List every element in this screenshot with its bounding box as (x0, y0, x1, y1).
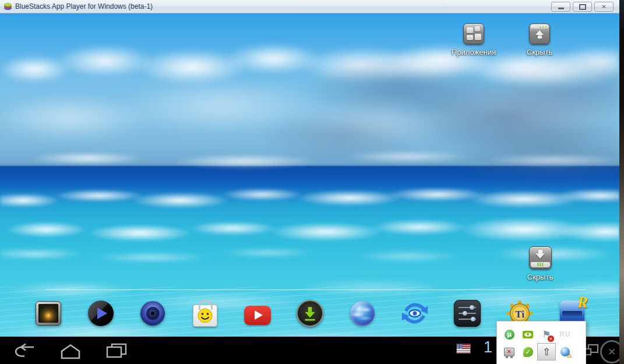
status-clock: 1 (484, 338, 492, 356)
globe-icon (350, 301, 375, 326)
titanium-ti-glyph: Ti (515, 309, 524, 320)
apps-grid-square (467, 35, 473, 40)
green-dots (537, 263, 544, 266)
speaker-icon (140, 301, 165, 326)
dock-gallery-app-icon[interactable] (35, 300, 62, 327)
wallpaper-clouds-haze (0, 83, 619, 170)
wallpaper-wave-foam-1 (0, 183, 619, 213)
utorrent-glyph: µ (507, 331, 512, 338)
shopping-bag-icon (193, 305, 217, 327)
apps-grid-square (475, 26, 480, 31)
check-glyph: ✓ (525, 349, 530, 355)
shortcut-hide-bottom[interactable]: Скрыть (514, 246, 566, 281)
smiley-face-icon (197, 308, 213, 324)
dock-downloader-app-icon[interactable] (297, 300, 323, 327)
tray-nvidia-icon[interactable] (519, 326, 537, 343)
bluestacks-logo-icon (3, 2, 12, 10)
hide-to-tray-icon (529, 246, 552, 269)
dock-equalizer-settings-app-icon[interactable] (454, 300, 481, 327)
nvidia-pupil (527, 333, 529, 335)
desktop-behind-window (619, 0, 624, 364)
tray-disconnected-device-icon[interactable]: ✕ (500, 343, 519, 361)
apps-grid-square (467, 27, 473, 33)
dock-separator (45, 289, 586, 290)
gallery-photo (38, 304, 58, 323)
device-feet (506, 356, 508, 358)
r-letter-glyph: R (577, 294, 588, 312)
down-arrow (535, 253, 545, 259)
up-arrow (535, 30, 544, 35)
sync-arrows-eye-icon (401, 301, 428, 326)
wallpaper-clouds-dark (251, 54, 619, 176)
download-arrow (302, 306, 318, 321)
apps-grid-icon (463, 23, 484, 44)
back-button[interactable] (13, 343, 37, 358)
green-dots (539, 26, 547, 28)
restore-button[interactable] (573, 2, 592, 12)
keyboard-layout-us-flag-icon[interactable] (456, 344, 471, 354)
close-icon: ✕ (601, 4, 606, 10)
system-tray-popup: µ ⚑ ✕ RU ✕ ✓ ⇧ ⚠ (496, 321, 586, 364)
dock-smiley-market-app-icon[interactable] (192, 300, 218, 327)
window-controls: ✕ (551, 2, 614, 12)
shortcut-applications[interactable]: Приложения (447, 23, 500, 56)
gallery-icon (36, 301, 61, 326)
speaker-cone (146, 307, 160, 320)
dock-youtube-app-icon[interactable] (244, 300, 271, 327)
shortcut-label: Скрыть (527, 273, 553, 281)
play-circle-icon (88, 301, 114, 326)
tray-utorrent-icon[interactable]: µ (500, 326, 519, 343)
tray-check-app-icon[interactable]: ✓ (519, 343, 537, 361)
error-badge: ✕ (548, 335, 554, 342)
minimize-icon (558, 8, 564, 9)
close-button[interactable]: ✕ (594, 2, 614, 12)
globe-swirl (350, 301, 375, 326)
quit-button[interactable]: ✕ (600, 340, 619, 363)
disconnect-x-glyph: ✕ (507, 349, 512, 355)
apps-grid-square (475, 34, 481, 40)
slider-track (459, 313, 476, 314)
warning-triangle-icon: ⚠ (567, 353, 572, 359)
wallpaper-clouds-horizon (0, 144, 619, 170)
shortcut-label: Скрыть (527, 48, 552, 56)
shortcut-hide-top[interactable]: Скрыть (513, 23, 566, 56)
home-button[interactable] (58, 342, 83, 359)
tray-flag-error-icon[interactable]: ⚑ ✕ (537, 326, 556, 343)
quit-x-icon: ✕ (608, 346, 616, 358)
dock-video-player-app-icon[interactable] (87, 300, 114, 327)
play-triangle (255, 310, 263, 320)
slider-knob (470, 305, 474, 310)
speaker-dot (151, 312, 154, 315)
up-arrow-icon: ⇧ (542, 347, 551, 357)
restore-icon (579, 4, 586, 10)
android-screen: Приложения Скрыть Скры (0, 13, 619, 364)
youtube-icon (244, 306, 271, 325)
faint-ru-text: RU (559, 330, 570, 338)
shortcut-label: Приложения (452, 48, 496, 56)
sliders-icon (454, 300, 481, 327)
box-slot (562, 311, 582, 316)
tray-show-hidden-icons-button[interactable]: ⇧ (537, 343, 556, 361)
slider-knob (471, 317, 475, 321)
slider-knob (463, 311, 467, 316)
hide-window-up-icon (529, 23, 550, 44)
bluestacks-window: BlueStacks App Player for Windows (beta-… (0, 0, 624, 364)
tray-faint-ru-label: RU (556, 326, 574, 343)
window-title: BlueStacks App Player for Windows (beta-… (15, 2, 153, 10)
flag-canton (457, 344, 463, 349)
recent-apps-button[interactable] (105, 342, 128, 359)
window-titlebar: BlueStacks App Player for Windows (beta-… (0, 0, 619, 13)
arrow-stem (538, 35, 542, 38)
download-circle-icon (297, 300, 323, 327)
minimize-button[interactable] (551, 2, 570, 12)
tray-globe-warning-icon[interactable]: ⚠ (556, 343, 574, 361)
dock-music-speaker-app-icon[interactable] (139, 300, 166, 327)
globe-icon: ⚠ (560, 347, 570, 356)
play-triangle (97, 308, 107, 319)
dock-browser-app-icon[interactable] (349, 300, 376, 327)
dock-sync-app-icon[interactable] (401, 300, 428, 327)
wallpaper-wave-foam-2 (0, 212, 619, 245)
